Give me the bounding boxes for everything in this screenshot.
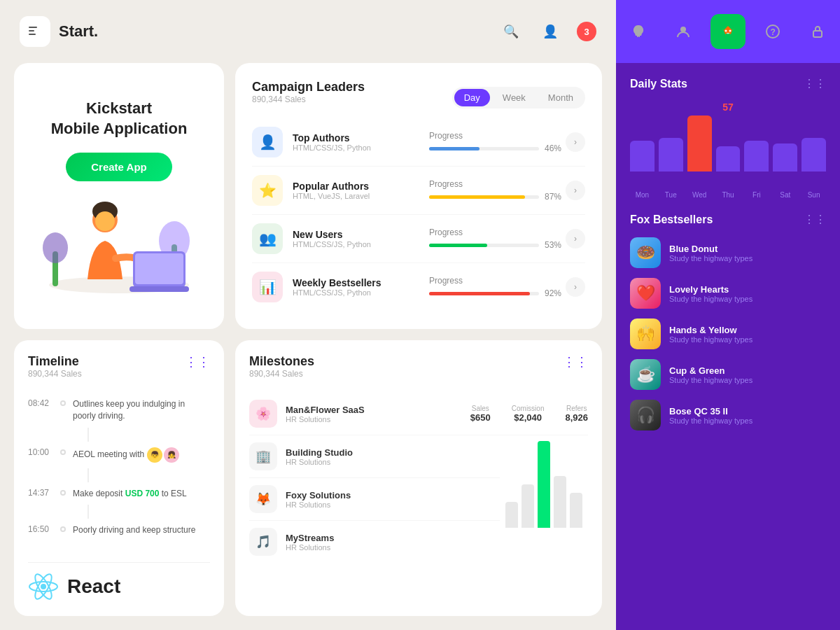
blue-donut-info: Blue Donut Study the highway types	[669, 244, 826, 262]
new-users-icon: 👥	[252, 223, 283, 254]
milestones-header: Milestones 890,344 Sales ⋮⋮	[249, 354, 588, 390]
chart-bar-3	[538, 441, 550, 528]
new-users-info: New Users HTML/CSS/JS, Python	[293, 229, 429, 248]
mystreams-icon: 🎵	[249, 528, 277, 556]
campaign-card: Campaign Leaders 890,344 Sales Day Week …	[235, 63, 602, 329]
top-authors-icon: 👤	[252, 127, 283, 158]
chart-bar-2	[522, 484, 534, 528]
sidebar-nav-lock[interactable]	[800, 14, 835, 49]
milestone-row-1: 🏢 Building Studio HR Solutions	[249, 435, 500, 478]
new-users-arrow[interactable]: ›	[566, 229, 585, 248]
daily-stats-dots[interactable]: ⋮⋮	[804, 77, 826, 90]
timeline-item-0: 08:42 Outlines keep you indulging in poo…	[28, 393, 210, 428]
svg-rect-0	[29, 27, 37, 28]
popular-authors-info: Popular Authors HTML, VueJS, Laravel	[293, 181, 429, 200]
avatar-2: 👧	[164, 447, 179, 463]
header-left: Start.	[20, 16, 98, 47]
kickstart-illustration	[42, 181, 196, 293]
bar-sun	[802, 138, 826, 172]
right-sidebar: ? Daily Stats ⋮⋮ 57	[616, 0, 840, 630]
mystreams-info: MyStreams HR Solutions	[286, 533, 500, 552]
timeline-item-3: 16:50 Poorly driving and keep structure	[28, 519, 210, 542]
man-flower-info: Man&Flower SaaS HR Solutions	[286, 405, 470, 424]
sidebar-nav-fox[interactable]	[710, 14, 746, 49]
sidebar-content: Daily Stats ⋮⋮ 57 Mon Tue Wed	[616, 63, 840, 630]
create-app-button[interactable]: Create App	[66, 153, 172, 181]
hands-yellow-info: Hands & Yellow Study the highway types	[669, 325, 826, 344]
svg-point-18	[680, 27, 686, 32]
campaign-subtitle: 890,344 Sales	[252, 94, 365, 104]
bar-wed	[687, 115, 712, 172]
tab-group: Day Week Month	[452, 87, 585, 108]
timeline-connector-3	[88, 505, 89, 519]
lovely-hearts-thumb: ❤️	[630, 278, 661, 309]
tab-day[interactable]: Day	[454, 89, 490, 106]
timeline-header: Timeline 890,344 Sales ⋮⋮	[28, 354, 210, 390]
milestones-title: Milestones	[249, 354, 314, 369]
user-icon[interactable]: 👤	[538, 19, 563, 44]
top-authors-arrow[interactable]: ›	[566, 132, 585, 152]
timeline-item-2: 14:37 Make deposit USD 700 to ESL	[28, 482, 210, 505]
svg-point-21	[729, 30, 732, 32]
fox-bestsellers-section: Fox Bestsellers ⋮⋮ 🍩 Blue Donut Study th…	[630, 213, 826, 430]
daily-stats-header: Daily Stats ⋮⋮	[630, 77, 826, 90]
timeline-dots-button[interactable]: ⋮⋮	[185, 354, 210, 370]
daily-stats-title: Daily Stats	[630, 78, 687, 90]
svg-point-5	[43, 232, 68, 263]
header: Start. 🔍 👤 3	[0, 0, 616, 63]
svg-rect-1	[29, 30, 34, 31]
man-flower-stats: Sales $650 Comission $2,040 Refers 8,926	[470, 405, 588, 423]
svg-rect-2	[29, 34, 36, 35]
svg-point-14	[41, 584, 46, 589]
logo-text: Start.	[59, 22, 98, 41]
lovely-hearts-info: Lovely Hearts Study the highway types	[669, 284, 826, 303]
milestones-chart	[500, 435, 588, 533]
building-studio-icon: 🏢	[249, 442, 277, 470]
search-icon[interactable]: 🔍	[498, 19, 524, 44]
sidebar-nav-question[interactable]: ?	[755, 14, 790, 49]
timeline-subtitle: 890,344 Sales	[28, 369, 82, 379]
chart-bar-1	[505, 502, 518, 528]
sidebar-nav-bulb[interactable]	[621, 14, 656, 49]
sidebar-nav-user[interactable]	[666, 14, 701, 49]
timeline-title: Timeline	[28, 354, 82, 369]
building-studio-info: Building Studio HR Solutions	[286, 447, 500, 466]
weekly-bestsellers-arrow[interactable]: ›	[566, 277, 585, 297]
notification-badge[interactable]: 3	[577, 22, 596, 41]
blue-donut-thumb: 🍩	[630, 237, 661, 268]
top-authors-progress: Progress 46%	[429, 131, 566, 153]
popular-authors-arrow[interactable]: ›	[566, 181, 585, 200]
weekly-bestsellers-progress: Progress 92%	[429, 276, 566, 298]
svg-rect-10	[135, 253, 183, 284]
bar-fri	[744, 141, 769, 172]
bestseller-item-2[interactable]: 🙌 Hands & Yellow Study the highway types	[630, 318, 826, 349]
milestone-row-0: 🌸 Man&Flower SaaS HR Solutions Sales $65…	[249, 393, 588, 435]
bose-info: Bose QC 35 II Study the highway types	[669, 406, 826, 425]
campaign-header: Campaign Leaders 890,344 Sales Day Week …	[252, 80, 585, 115]
popular-authors-icon: ⭐	[252, 175, 283, 206]
milestones-card: Milestones 890,344 Sales ⋮⋮ 🌸 Man&Flower…	[235, 340, 602, 616]
tab-month[interactable]: Month	[538, 89, 583, 106]
react-logo-section: React	[28, 562, 210, 602]
timeline-items: 08:42 Outlines keep you indulging in poo…	[28, 393, 210, 562]
foxy-solutions-icon: 🦊	[249, 485, 277, 513]
svg-rect-11	[130, 286, 189, 292]
bestseller-item-0[interactable]: 🍩 Blue Donut Study the highway types	[630, 237, 826, 268]
svg-point-20	[725, 30, 727, 32]
chart-bar-5	[570, 493, 582, 528]
bestseller-item-4[interactable]: 🎧 Bose QC 35 II Study the highway types	[630, 400, 826, 430]
bestseller-item-3[interactable]: ☕ Cup & Green Study the highway types	[630, 359, 826, 390]
milestones-dots-button[interactable]: ⋮⋮	[563, 354, 588, 370]
tab-week[interactable]: Week	[493, 89, 536, 106]
weekly-bestsellers-icon: 📊	[252, 272, 283, 302]
fox-bestsellers-dots[interactable]: ⋮⋮	[804, 213, 826, 226]
campaign-title: Campaign Leaders	[252, 80, 365, 94]
sidebar-top-nav: ?	[616, 0, 840, 63]
campaign-row-0: 👤 Top Authors HTML/CSS/JS, Python Progre…	[252, 118, 585, 167]
react-icon	[28, 571, 59, 602]
kickstart-title: Kickstart Mobile Application	[51, 99, 188, 139]
timeline-item-1: 10:00 AEOL meeting with 👦 👧	[28, 442, 210, 468]
campaign-row-2: 👥 New Users HTML/CSS/JS, Python Progress…	[252, 215, 585, 263]
bestseller-item-1[interactable]: ❤️ Lovely Hearts Study the highway types	[630, 278, 826, 309]
milestone-row-3: 🎵 MyStreams HR Solutions	[249, 521, 500, 563]
